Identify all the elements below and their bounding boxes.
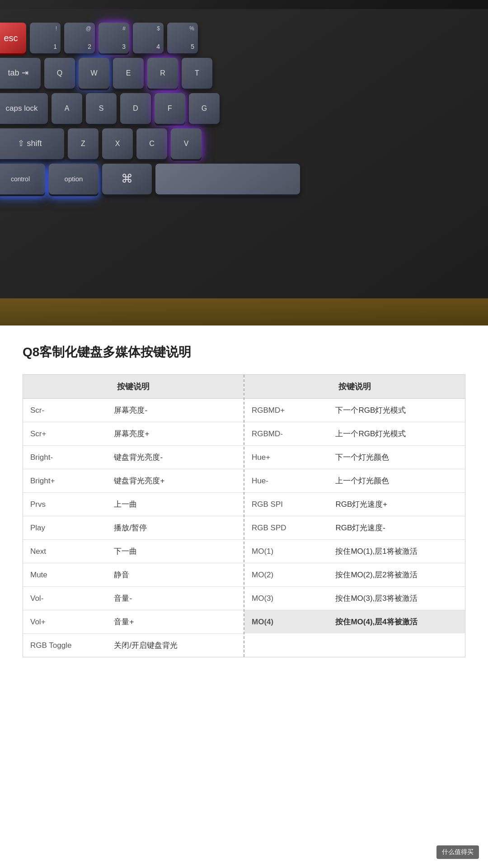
key-label: Prvs [23, 493, 107, 516]
key-q: Q [44, 58, 75, 89]
key-e: E [113, 58, 144, 89]
key-desc: 键盘背光亮度+ [107, 469, 244, 493]
key-a: A [52, 93, 82, 124]
key-shift: ⇧ shift [0, 128, 64, 159]
key-cmd: ⌘ [102, 164, 152, 194]
key-desc: 屏幕亮度- [107, 399, 244, 422]
key-spacebar [155, 164, 300, 194]
watermark: 什么值得买 [436, 845, 479, 859]
key-tab: tab ⇥ [0, 58, 41, 89]
table-row: RGBMD+ 下一个RGB灯光模式 [244, 399, 465, 422]
key-capslock: caps lock [0, 93, 48, 124]
key-label: Mute [23, 563, 107, 587]
key-1: ! 1 [30, 23, 61, 53]
keyboard-body: esc ! 1 @ 2 # 3 $ 4 % [0, 9, 488, 298]
key-label: RGBMD+ [244, 399, 328, 422]
key-label: Hue- [244, 469, 328, 493]
key-v: V [171, 128, 202, 159]
key-desc: 静音 [107, 563, 244, 587]
key-label: RGBMD- [244, 422, 328, 446]
key-g: G [189, 93, 220, 124]
key-esc: esc [0, 23, 26, 53]
key-row-3: caps lock A S D F G [0, 93, 488, 124]
keyboard-photo: esc ! 1 @ 2 # 3 $ 4 % [0, 0, 488, 326]
key-label: Vol+ [23, 610, 107, 634]
key-desc: 按住MO(2),层2将被激活 [328, 563, 465, 587]
key-label: Bright- [23, 446, 107, 469]
table-row: Scr- 屏幕亮度- [23, 399, 244, 422]
key-2: @ 2 [64, 23, 95, 53]
key-row-5: control option ⌘ [0, 164, 488, 194]
key-row-1: esc ! 1 @ 2 # 3 $ 4 % [0, 23, 488, 53]
key-desc: RGB灯光速度+ [328, 493, 465, 516]
document-section: Q8客制化键盘多媒体按键说明 按键说明 Scr- 屏幕亮度- Scr+ 屏幕亮度… [0, 326, 488, 868]
key-z: Z [68, 128, 99, 159]
key-desc: 音量+ [107, 610, 244, 634]
key-d: D [120, 93, 151, 124]
table-row: Prvs 上一曲 [23, 493, 244, 516]
table-row: Bright+ 键盘背光亮度+ [23, 469, 244, 493]
table-row: MO(3) 按住MO(3),层3将被激活 [244, 587, 465, 610]
key-row-4: ⇧ shift Z X C V [0, 128, 488, 159]
key-desc: 播放/暂停 [107, 516, 244, 540]
table-row: Hue- 上一个灯光颜色 [244, 469, 465, 493]
table-row: RGB Toggle 关闭/开启键盘背光 [23, 634, 244, 657]
key-label: Vol- [23, 587, 107, 610]
left-table: 按键说明 Scr- 屏幕亮度- Scr+ 屏幕亮度+ Bright- 键盘背光亮… [23, 375, 244, 657]
key-desc: 关闭/开启键盘背光 [107, 634, 244, 657]
table-row: MO(4) 按住MO(4),层4将被激活 [244, 610, 465, 634]
key-label: MO(2) [244, 563, 328, 587]
key-5: % 5 [167, 23, 198, 53]
key-r: R [147, 58, 178, 89]
key-label: MO(3) [244, 587, 328, 610]
key-desc: 按住MO(3),层3将被激活 [328, 587, 465, 610]
watermark-text: 什么值得买 [442, 848, 474, 855]
keyboard-guide-table: 按键说明 Scr- 屏幕亮度- Scr+ 屏幕亮度+ Bright- 键盘背光亮… [23, 374, 465, 657]
key-desc: 上一个灯光颜色 [328, 469, 465, 493]
table-row: Vol- 音量- [23, 587, 244, 610]
right-table: 按键说明 RGBMD+ 下一个RGB灯光模式 RGBMD- 上一个RGB灯光模式… [244, 375, 465, 633]
key-label: RGB Toggle [23, 634, 107, 657]
key-label: Scr- [23, 399, 107, 422]
key-label: Hue+ [244, 446, 328, 469]
key-label: Play [23, 516, 107, 540]
key-f: F [155, 93, 185, 124]
key-label: MO(1) [244, 540, 328, 563]
key-option: option [49, 164, 99, 194]
key-desc: 下一曲 [107, 540, 244, 563]
key-label: Bright+ [23, 469, 107, 493]
key-desc: 下一个RGB灯光模式 [328, 399, 465, 422]
key-3: # 3 [99, 23, 129, 53]
key-row-2: tab ⇥ Q W E R T [0, 58, 488, 89]
key-desc: 下一个灯光颜色 [328, 446, 465, 469]
key-s: S [86, 93, 117, 124]
table-row: MO(1) 按住MO(1),层1将被激活 [244, 540, 465, 563]
table-row: Scr+ 屏幕亮度+ [23, 422, 244, 446]
left-table-header: 按键说明 [23, 375, 244, 399]
table-row: RGB SPD RGB灯光速度- [244, 516, 465, 540]
key-label: RGB SPD [244, 516, 328, 540]
table-row: Play 播放/暂停 [23, 516, 244, 540]
key-desc: 按住MO(4),层4将被激活 [328, 610, 465, 634]
key-desc: 上一个RGB灯光模式 [328, 422, 465, 446]
key-w: W [79, 58, 109, 89]
key-t: T [182, 58, 212, 89]
table-row: Vol+ 音量+ [23, 610, 244, 634]
table-row: RGBMD- 上一个RGB灯光模式 [244, 422, 465, 446]
key-label: Scr+ [23, 422, 107, 446]
key-control: control [0, 164, 45, 194]
key-desc: 音量- [107, 587, 244, 610]
right-table-header: 按键说明 [244, 375, 465, 399]
key-desc: 键盘背光亮度- [107, 446, 244, 469]
key-c: C [136, 128, 167, 159]
doc-title: Q8客制化键盘多媒体按键说明 [23, 344, 465, 361]
key-label: RGB SPI [244, 493, 328, 516]
table-row: Mute 静音 [23, 563, 244, 587]
key-desc: 按住MO(1),层1将被激活 [328, 540, 465, 563]
key-desc: RGB灯光速度- [328, 516, 465, 540]
table-row: Next 下一曲 [23, 540, 244, 563]
table-row: Hue+ 下一个灯光颜色 [244, 446, 465, 469]
key-desc: 屏幕亮度+ [107, 422, 244, 446]
key-label: Next [23, 540, 107, 563]
key-4: $ 4 [133, 23, 164, 53]
